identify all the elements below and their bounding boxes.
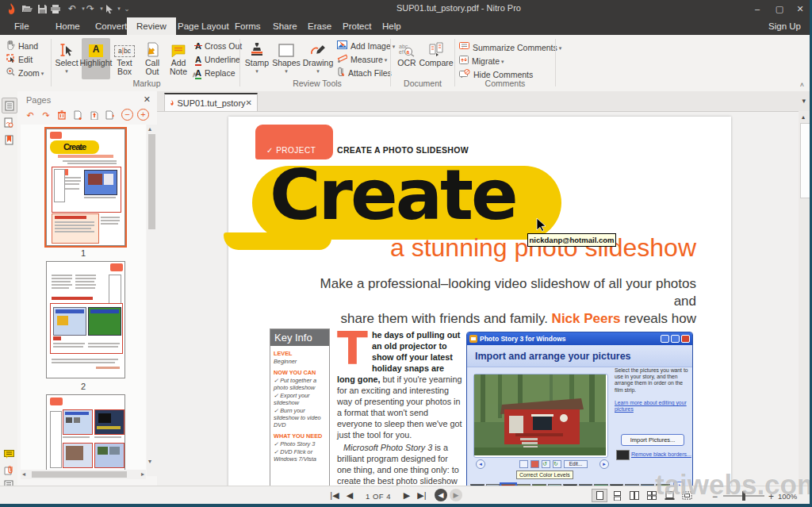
remove-borders-link: Remove black borders... bbox=[631, 451, 691, 457]
maximize-button[interactable]: ▢ bbox=[769, 2, 790, 16]
zoom-tool-button[interactable]: Zoom bbox=[6, 67, 44, 79]
red-cabin-photo bbox=[474, 374, 606, 455]
stamp-button[interactable]: Stamp bbox=[243, 38, 271, 79]
window-title: SUP01.tut_pstory.pdf - Nitro Pro bbox=[396, 3, 521, 13]
first-page-button[interactable]: |◀ bbox=[328, 490, 341, 501]
review-tools-group-label: Review Tools bbox=[262, 79, 373, 88]
compare-icon bbox=[428, 38, 444, 57]
rotate-page-left-icon[interactable]: ↶ bbox=[24, 109, 36, 121]
zoom-level-value: 100% bbox=[778, 492, 797, 501]
compare-button[interactable]: Compare bbox=[420, 38, 452, 79]
last-page-button[interactable]: ▶| bbox=[416, 490, 428, 501]
minimize-button[interactable]: – bbox=[747, 2, 768, 16]
attach-files-button[interactable]: Attach Files bbox=[337, 67, 392, 79]
call-out-button[interactable]: Call Out bbox=[139, 38, 166, 79]
hand-tool-button[interactable]: Hand bbox=[6, 40, 38, 52]
highlight-icon: A bbox=[89, 38, 103, 57]
fit-width-view-button[interactable] bbox=[661, 489, 677, 502]
open-file-icon[interactable] bbox=[21, 2, 33, 15]
single-page-view-button[interactable] bbox=[592, 489, 607, 502]
zoom-out-button[interactable]: − bbox=[712, 491, 718, 502]
hand-icon bbox=[6, 40, 15, 52]
tab-home[interactable]: Home bbox=[46, 17, 90, 35]
fullscreen-view-button[interactable] bbox=[679, 489, 695, 502]
highlight-button[interactable]: A Highlight bbox=[82, 38, 110, 79]
previous-view-button[interactable]: ◀ bbox=[435, 489, 447, 501]
replace-button[interactable]: ∧A Replace bbox=[195, 67, 235, 79]
rotate-page-right-icon[interactable]: ↷ bbox=[40, 109, 52, 121]
close-button[interactable]: ✕ bbox=[790, 2, 810, 16]
insert-page-icon[interactable] bbox=[71, 109, 84, 121]
sidebar-icon-strip bbox=[0, 91, 18, 486]
page-indicator: 1 OF 4 bbox=[361, 492, 396, 501]
underline-button[interactable]: A Underline bbox=[195, 53, 240, 65]
attachments-panel-button[interactable] bbox=[2, 463, 16, 477]
ocr-button[interactable]: abcefa OCR bbox=[393, 38, 420, 79]
screenshot-minimize-icon bbox=[661, 335, 669, 343]
print-icon[interactable] bbox=[49, 2, 62, 15]
add-note-button[interactable]: Add Note bbox=[166, 38, 191, 79]
continuous-view-button[interactable] bbox=[609, 489, 625, 502]
pages-scrollbar-horizontal[interactable]: ◂ ▸ bbox=[21, 470, 146, 479]
key-info-box: Key Info LEVEL Beginner NOW YOU CAN ✓ Pu… bbox=[270, 328, 330, 486]
extract-page-icon[interactable] bbox=[87, 109, 100, 121]
text-box-button[interactable]: a|bc Text Box bbox=[112, 38, 137, 79]
thumbnail-zoom-in-icon[interactable]: + bbox=[137, 109, 149, 121]
signatures-panel-button[interactable] bbox=[2, 115, 16, 129]
add-image-button[interactable]: Add Image bbox=[337, 40, 395, 52]
document-tab-close-icon[interactable]: ✕ bbox=[246, 98, 252, 107]
tab-file[interactable]: File bbox=[5, 17, 39, 35]
quad-view-button[interactable] bbox=[644, 489, 660, 502]
next-page-button[interactable]: ▶ bbox=[400, 490, 413, 501]
rotate-cw-icon: ↻ bbox=[553, 460, 561, 468]
previous-page-button[interactable]: ◀ bbox=[343, 490, 356, 501]
comments-group-label: Comments bbox=[469, 79, 541, 88]
summarize-comments-icon bbox=[459, 42, 469, 52]
screenshot-maximize-icon bbox=[671, 335, 680, 343]
document-tab[interactable]: SUP01.tut_pstory ✕ bbox=[164, 93, 258, 111]
pages-panel-close-icon[interactable]: ✕ bbox=[144, 94, 151, 105]
article-text: T he days of pulling out an old projecto… bbox=[337, 329, 462, 486]
title-bar: ↶ ▾ ↷ ▾ ▾ ⌄ SUP01.tut_pstory.pdf - Nitro… bbox=[0, 0, 812, 17]
nitro-pro-window: ↶ ▾ ↷ ▾ ▾ ⌄ SUP01.tut_pstory.pdf - Nitro… bbox=[0, 0, 812, 507]
page-thumbnail-3[interactable] bbox=[46, 394, 125, 476]
paperclip-icon bbox=[337, 67, 345, 79]
screenshot-close-icon bbox=[681, 335, 690, 343]
author-email-tooltip: nickdanp@hotmail.com bbox=[527, 233, 616, 247]
cross-out-icon: A bbox=[195, 41, 201, 51]
zoom-in-button[interactable]: + bbox=[768, 491, 774, 502]
shapes-button[interactable]: Shapes bbox=[270, 38, 302, 79]
bookmarks-panel-button[interactable] bbox=[2, 133, 16, 147]
comments-panel-button[interactable] bbox=[2, 447, 16, 461]
collapse-ribbon-icon[interactable]: ˄ bbox=[800, 81, 804, 89]
summarize-comments-button[interactable]: Summarize Comments bbox=[459, 41, 561, 53]
next-view-button[interactable]: ▶ bbox=[450, 489, 462, 501]
tab-help[interactable]: Help bbox=[373, 17, 411, 35]
zoom-slider-thumb[interactable] bbox=[742, 491, 745, 501]
replace-page-icon[interactable] bbox=[103, 109, 116, 121]
signatures-icon bbox=[4, 117, 13, 128]
pdf-page: ✓ PROJECT CREATE A PHOTO SLIDESHOW Creat… bbox=[228, 117, 731, 486]
page-thumbnail-1[interactable]: Create bbox=[46, 129, 125, 246]
page-thumbnail-2[interactable] bbox=[46, 261, 125, 378]
delete-page-icon[interactable] bbox=[56, 109, 68, 121]
save-icon[interactable] bbox=[36, 2, 48, 15]
thumbnail-zoom-out-icon[interactable]: − bbox=[121, 109, 133, 121]
edit-tool-button[interactable]: Edit bbox=[6, 53, 33, 65]
color-levels-icon bbox=[519, 460, 528, 468]
sign-up-link[interactable]: Sign Up bbox=[768, 17, 801, 35]
migrate-button[interactable]: Migrate bbox=[459, 55, 504, 67]
pages-panel-button[interactable] bbox=[2, 98, 17, 113]
customize-toolbar-icon[interactable]: ⌄ bbox=[121, 2, 133, 15]
select-button[interactable]: Select bbox=[52, 38, 81, 79]
measure-button[interactable]: Measure bbox=[337, 53, 387, 65]
pages-scrollbar-vertical[interactable]: ▴ ▾ bbox=[147, 125, 157, 476]
measure-icon bbox=[337, 54, 347, 65]
select-icon bbox=[60, 38, 73, 57]
markup-group-label: Markup bbox=[95, 79, 198, 88]
tab-list-dropdown-icon[interactable]: ▾ bbox=[802, 97, 806, 105]
facing-view-button[interactable] bbox=[626, 489, 642, 502]
drawing-button[interactable]: Drawing bbox=[302, 38, 334, 79]
cross-out-button[interactable]: A Cross Out bbox=[195, 40, 242, 52]
window-edge-bottom bbox=[0, 504, 812, 507]
